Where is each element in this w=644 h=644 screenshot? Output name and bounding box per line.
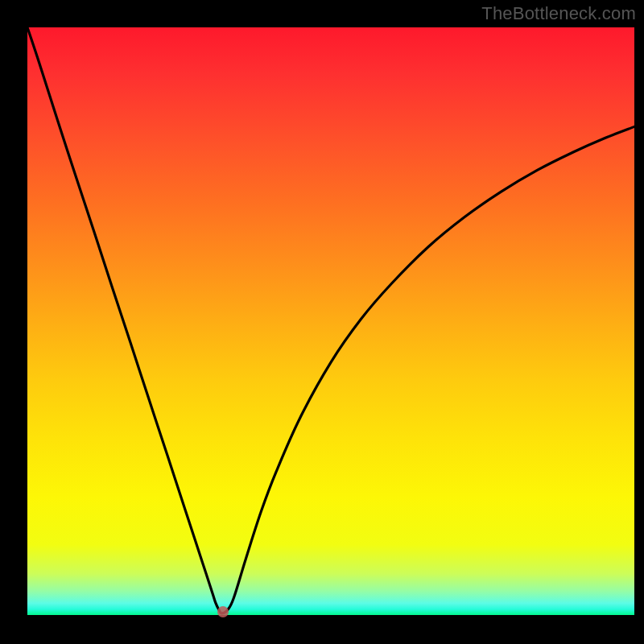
min-dot — [217, 606, 229, 617]
watermark-text: TheBottleneck.com — [481, 3, 636, 24]
curve-svg — [27, 27, 634, 615]
chart-frame: TheBottleneck.com — [0, 0, 644, 644]
curve-path — [27, 27, 634, 613]
